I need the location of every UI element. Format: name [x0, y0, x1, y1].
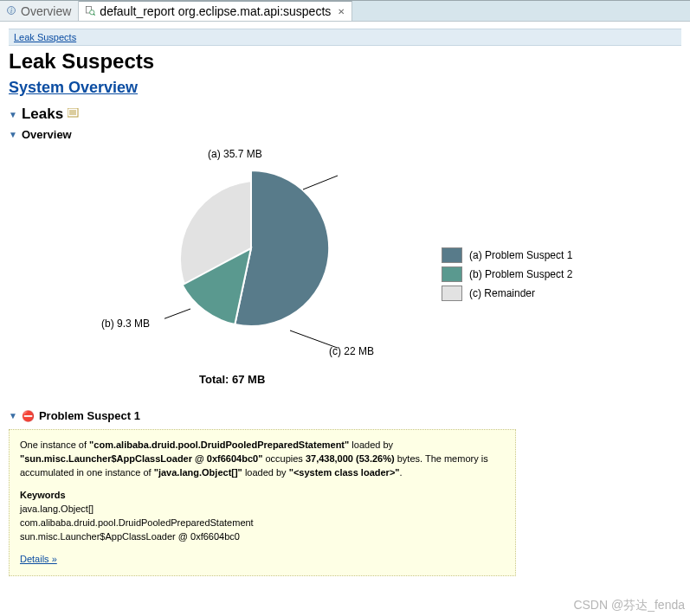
- legend-swatch: [442, 286, 462, 301]
- keyword-line: sun.misc.Launcher$AppClassLoader @ 0xf66…: [20, 530, 505, 544]
- error-icon: ⛔: [22, 410, 35, 422]
- keywords-header: Keywords: [20, 489, 505, 503]
- section-problem-suspect-1[interactable]: ▼ ⛔ Problem Suspect 1: [9, 409, 681, 422]
- section-overview[interactable]: ▼ Overview: [9, 128, 681, 141]
- pie-legend: (a) Problem Suspect 1 (b) Problem Suspec…: [442, 246, 572, 303]
- problem-suspect-box: One instance of "com.alibaba.druid.pool.…: [9, 429, 516, 576]
- report-icon: [84, 4, 96, 18]
- tab-overview-label: Overview: [21, 4, 71, 18]
- editor-tab-bar: i Overview default_report org.eclipse.ma…: [0, 0, 690, 22]
- chevron-down-icon: ▼: [9, 411, 17, 420]
- leak-pie-chart: (a) 35.7 MB (b) 9.3 MB (c) 22 MB (a) Pro…: [9, 146, 667, 397]
- pie-callout-c: (c) 22 MB: [329, 345, 374, 357]
- keyword-line: com.alibaba.druid.pool.DruidPooledPrepar…: [20, 517, 505, 530]
- pie-svg: [164, 162, 338, 352]
- legend-label: (a) Problem Suspect 1: [469, 246, 572, 265]
- svg-line-4: [94, 14, 95, 16]
- properties-icon: [68, 108, 80, 121]
- svg-text:i: i: [10, 7, 12, 15]
- details-link[interactable]: Details »: [20, 554, 57, 564]
- legend-item-a: (a) Problem Suspect 1: [442, 246, 572, 265]
- keyword-line: java.lang.Object[]: [20, 503, 505, 517]
- svg-line-9: [303, 170, 338, 189]
- pie-callout-a: (a) 35.7 MB: [208, 148, 262, 160]
- page-title: Leak Suspects: [9, 49, 681, 74]
- tab-suspects[interactable]: default_report org.eclipse.mat.api:suspe…: [79, 1, 352, 21]
- problem-suspect-description: One instance of "com.alibaba.druid.pool.…: [20, 439, 505, 480]
- section-leaks[interactable]: ▼ Leaks: [9, 106, 681, 123]
- tab-overview[interactable]: i Overview: [0, 1, 79, 21]
- tab-bar-empty: [352, 1, 690, 21]
- svg-line-10: [164, 309, 190, 324]
- pie-callout-b: (b) 9.3 MB: [101, 318, 150, 330]
- chevron-down-icon: ▼: [9, 130, 17, 139]
- pie-total: Total: 67 MB: [199, 373, 265, 386]
- breadcrumb: Leak Suspects: [9, 29, 681, 46]
- section-leaks-title: Leaks: [22, 106, 63, 123]
- info-icon: i: [5, 4, 17, 18]
- svg-point-3: [90, 10, 94, 15]
- close-icon[interactable]: ✕: [334, 7, 345, 16]
- problem-suspect-title: Problem Suspect 1: [39, 409, 140, 422]
- legend-swatch: [442, 247, 462, 263]
- section-overview-title: Overview: [22, 128, 72, 141]
- legend-swatch: [442, 266, 462, 282]
- legend-item-c: (c) Remainder: [442, 284, 572, 303]
- legend-item-b: (b) Problem Suspect 2: [442, 265, 572, 284]
- system-overview-link[interactable]: System Overview: [9, 79, 681, 97]
- legend-label: (c) Remainder: [469, 284, 535, 303]
- breadcrumb-link[interactable]: Leak Suspects: [14, 32, 76, 42]
- chevron-down-icon: ▼: [9, 110, 17, 119]
- tab-suspects-label: default_report org.eclipse.mat.api:suspe…: [100, 4, 331, 18]
- legend-label: (b) Problem Suspect 2: [469, 265, 572, 284]
